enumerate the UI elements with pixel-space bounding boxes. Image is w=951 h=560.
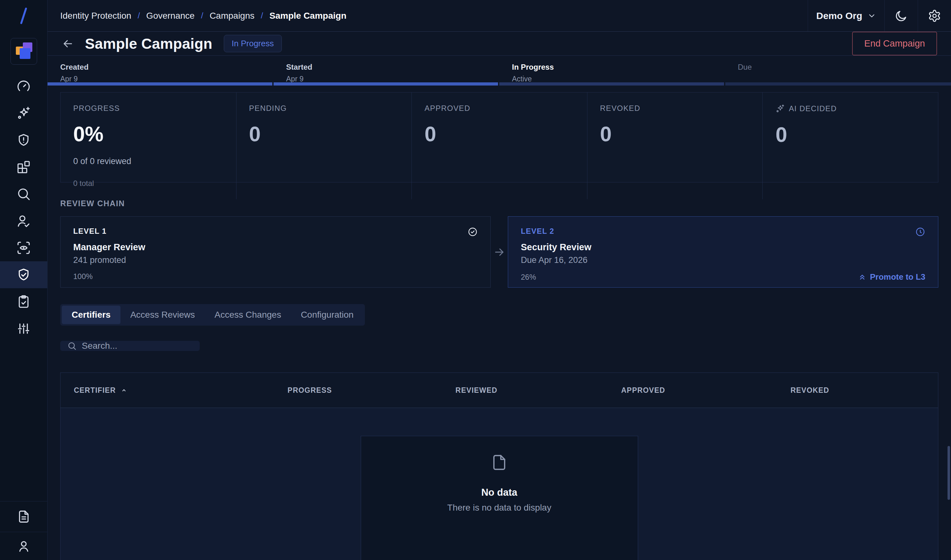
scrollbar-thumb[interactable] (948, 446, 950, 500)
stat-label: PROGRESS (73, 104, 224, 113)
table-header-row: CERTIFIER PROGRESS REVIEWED APPROVED REV… (60, 373, 938, 408)
level-percent: 100% (73, 272, 93, 281)
timeline-stage-sub: Apr 9 (60, 75, 273, 83)
column-approved: APPROVED (560, 386, 727, 395)
page-title: Sample Campaign (85, 35, 212, 52)
stat-label-text: AI DECIDED (789, 104, 837, 113)
sidebar (0, 0, 48, 560)
chevrons-up-icon (858, 273, 867, 282)
promote-label: Promote to L3 (870, 272, 925, 282)
stat-value: 0 (600, 123, 750, 145)
column-progress: PROGRESS (226, 386, 393, 395)
review-level-2-card: LEVEL 2 Security Review Due Apr 16, 2026… (508, 216, 938, 288)
review-chain-heading: REVIEW CHAIN (60, 199, 938, 208)
review-chain: LEVEL 1 Manager Review 241 promoted 100% (60, 216, 938, 288)
breadcrumb-separator: / (261, 11, 263, 21)
level-tag: LEVEL 1 (73, 227, 107, 235)
timeline-stage-created: Created Apr 9 (48, 56, 273, 83)
theme-toggle-button[interactable] (885, 0, 918, 31)
content-shell: Identity Protection / Governance / Campa… (48, 0, 951, 560)
search-icon (67, 341, 77, 351)
timeline-bar-due (725, 82, 951, 86)
table-body: No data There is no data to display (60, 408, 938, 560)
search-icon (16, 186, 31, 202)
review-level-1-card: LEVEL 1 Manager Review 241 promoted 100% (60, 216, 491, 288)
sidebar-item-monitoring[interactable] (0, 234, 47, 261)
timeline-stage-started: Started Apr 9 (273, 56, 500, 83)
gear-icon (928, 9, 941, 23)
timeline-stage-in-progress: In Progress Active (499, 56, 725, 83)
brand-slash[interactable] (0, 0, 47, 32)
empty-state-title: No data (361, 487, 638, 498)
logo-square-blue (20, 48, 31, 59)
settings-button[interactable] (918, 0, 951, 31)
sparkles-icon (16, 106, 31, 121)
check-circle-icon (468, 227, 478, 237)
stat-card-approved: APPROVED 0 (411, 92, 587, 199)
workspace-logo[interactable] (11, 38, 37, 65)
level-percent: 26% (521, 273, 536, 282)
tab-access-reviews[interactable]: Access Reviews (120, 306, 205, 324)
sidebar-item-dashboard[interactable] (0, 73, 47, 100)
sidebar-nav (0, 73, 47, 342)
promote-to-l3-link[interactable]: Promote to L3 (858, 272, 925, 282)
file-icon (490, 453, 508, 473)
tab-certifiers[interactable]: Certifiers (62, 306, 120, 324)
column-reviewed: REVIEWED (393, 386, 560, 395)
sidebar-item-risk[interactable] (0, 127, 47, 154)
stat-subtext: 0 of 0 reviewed (73, 157, 224, 166)
stat-card-progress: PROGRESS 0% 0 of 0 reviewed 0 total (60, 92, 236, 199)
sidebar-item-apps[interactable] (0, 154, 47, 180)
tab-access-changes[interactable]: Access Changes (205, 306, 291, 324)
column-revoked: REVOKED (727, 386, 893, 395)
sidebar-bottom (0, 501, 47, 560)
shield-alert-icon (16, 133, 31, 148)
timeline-bar-started (273, 82, 498, 86)
timeline-stage-label: Started (286, 63, 500, 72)
sidebar-item-controls[interactable] (0, 315, 47, 342)
tab-configuration[interactable]: Configuration (291, 306, 364, 324)
clock-icon (915, 227, 925, 237)
sliders-icon (16, 321, 31, 336)
breadcrumb: Identity Protection / Governance / Campa… (48, 0, 808, 31)
timeline-bar-created (48, 82, 272, 86)
column-certifier-sort[interactable]: CERTIFIER (60, 386, 226, 395)
sidebar-item-docs[interactable] (0, 501, 47, 532)
sidebar-item-governance[interactable] (0, 261, 47, 288)
detail-tabs: Certifiers Access Reviews Access Changes… (60, 304, 365, 326)
stats-row: PROGRESS 0% 0 of 0 reviewed 0 total PEND… (60, 92, 938, 182)
end-campaign-button[interactable]: End Campaign (852, 32, 937, 55)
document-icon (17, 509, 31, 524)
level-name: Security Review (521, 242, 925, 252)
clipboard-check-icon (16, 294, 31, 309)
stat-value: 0 (775, 124, 925, 145)
sidebar-item-identities[interactable] (0, 208, 47, 234)
breadcrumb-item[interactable]: Campaigns (210, 11, 255, 21)
chevron-down-icon (867, 11, 876, 20)
stat-value: 0 (249, 123, 399, 145)
sidebar-item-tasks[interactable] (0, 288, 47, 315)
org-switcher[interactable]: Demo Org (808, 0, 885, 31)
slash-logo-icon (17, 7, 30, 25)
level-name: Manager Review (73, 242, 478, 252)
stat-label: AI DECIDED (775, 104, 925, 113)
arrow-right-icon (491, 216, 508, 288)
breadcrumb-item[interactable]: Governance (146, 11, 195, 21)
gauge-icon (16, 79, 31, 94)
user-icon (17, 539, 31, 553)
sort-asc-icon (120, 386, 128, 394)
certifier-search[interactable] (60, 341, 200, 351)
timeline-stage-label: Created (60, 63, 273, 72)
breadcrumb-item[interactable]: Identity Protection (60, 11, 131, 21)
back-button[interactable] (62, 37, 74, 50)
timeline-stage-sub: Apr 9 (286, 75, 500, 83)
stat-card-revoked: REVOKED 0 (587, 92, 763, 199)
scan-eye-icon (16, 240, 31, 255)
sidebar-item-account[interactable] (0, 532, 47, 560)
sidebar-item-ai[interactable] (0, 100, 47, 127)
search-input[interactable] (82, 341, 193, 351)
sidebar-item-search[interactable] (0, 180, 47, 208)
timeline-stage-label: In Progress (512, 63, 725, 72)
timeline-stage-sub: Active (512, 75, 725, 83)
shield-check-icon (16, 267, 31, 282)
